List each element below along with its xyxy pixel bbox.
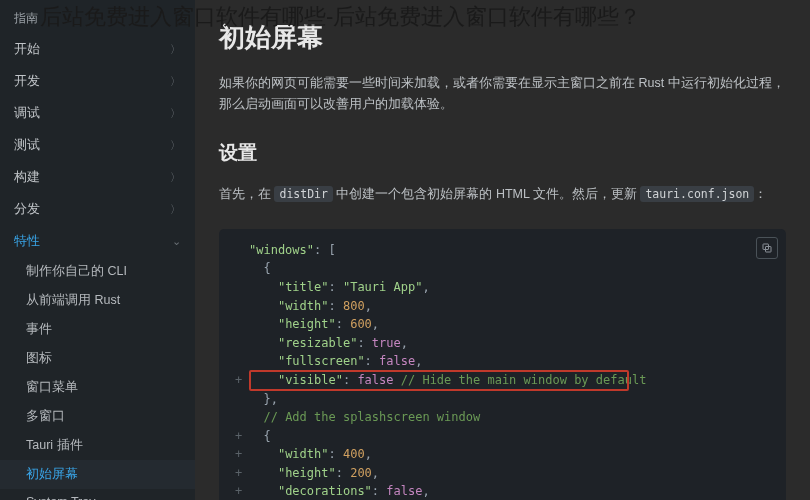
- sidebar-sub-label: 窗口菜单: [26, 379, 78, 396]
- section-heading-setup: 设置: [219, 140, 786, 166]
- sidebar-sub-4[interactable]: 窗口菜单: [0, 373, 195, 402]
- sidebar-sub-8[interactable]: System Tray: [0, 489, 195, 500]
- code-line: "windows": [: [235, 241, 770, 260]
- inline-code-distdir: distDir: [274, 186, 332, 202]
- sidebar-item-label: 开始: [14, 40, 40, 58]
- code-line: + {: [235, 427, 770, 446]
- sidebar-sub-0[interactable]: 制作你自己的 CLI: [0, 257, 195, 286]
- sidebar-sub-label: 初始屏幕: [26, 466, 78, 483]
- overlay-banner: 后站免费进入窗口软件有哪些-后站免费进入窗口软件有哪些？: [40, 2, 641, 32]
- setup-paragraph: 首先，在 distDir 中创建一个包含初始屏幕的 HTML 文件。然后，更新 …: [219, 184, 786, 205]
- inline-code-tauriconf: tauri.conf.json: [640, 186, 754, 202]
- sidebar-sub-label: 制作你自己的 CLI: [26, 263, 127, 280]
- sidebar-item-4[interactable]: 构建〉: [0, 161, 195, 193]
- code-line: "height": 600,: [235, 315, 770, 334]
- code-line: "resizable": true,: [235, 334, 770, 353]
- sidebar-sub-label: 多窗口: [26, 408, 65, 425]
- sidebar-item-label: 特性: [14, 232, 40, 250]
- chevron-right-icon: 〉: [170, 42, 181, 57]
- chevron-right-icon: 〉: [170, 74, 181, 89]
- sidebar-item-label: 开发: [14, 72, 40, 90]
- sidebar-sub-2[interactable]: 事件: [0, 315, 195, 344]
- sidebar-item-6[interactable]: 特性⌄: [0, 225, 195, 257]
- sidebar-item-label: 测试: [14, 136, 40, 154]
- chevron-right-icon: 〉: [170, 202, 181, 217]
- sidebar-sub-label: 事件: [26, 321, 52, 338]
- sidebar-item-label: 构建: [14, 168, 40, 186]
- sidebar-sub-1[interactable]: 从前端调用 Rust: [0, 286, 195, 315]
- sidebar-item-3[interactable]: 测试〉: [0, 129, 195, 161]
- sidebar-item-0[interactable]: 开始〉: [0, 33, 195, 65]
- sidebar-item-1[interactable]: 开发〉: [0, 65, 195, 97]
- code-line: },: [235, 390, 770, 409]
- code-block: "windows": [ { "title": "Tauri App", "wi…: [219, 229, 786, 500]
- code-line: "title": "Tauri App",: [235, 278, 770, 297]
- sidebar-sub-7[interactable]: 初始屏幕: [0, 460, 195, 489]
- sidebar-sub-5[interactable]: 多窗口: [0, 402, 195, 431]
- sidebar-sub-label: Tauri 插件: [26, 437, 83, 454]
- sidebar-sub-label: 从前端调用 Rust: [26, 292, 120, 309]
- sidebar-sub-label: 图标: [26, 350, 52, 367]
- sidebar-sub-3[interactable]: 图标: [0, 344, 195, 373]
- code-line: + "width": 400,: [235, 445, 770, 464]
- code-line: {: [235, 259, 770, 278]
- intro-paragraph: 如果你的网页可能需要一些时间来加载，或者你需要在显示主窗口之前在 Rust 中运…: [219, 73, 786, 116]
- chevron-right-icon: 〉: [170, 106, 181, 121]
- code-line: "fullscreen": false,: [235, 352, 770, 371]
- sidebar-item-2[interactable]: 调试〉: [0, 97, 195, 129]
- code-line: "width": 800,: [235, 297, 770, 316]
- chevron-right-icon: 〉: [170, 170, 181, 185]
- sidebar-item-label: 分发: [14, 200, 40, 218]
- main-content: 初始屏幕 如果你的网页可能需要一些时间来加载，或者你需要在显示主窗口之前在 Ru…: [195, 0, 810, 500]
- sidebar-item-label: 调试: [14, 104, 40, 122]
- app-container: 指南 开始〉开发〉调试〉测试〉构建〉分发〉特性⌄ 制作你自己的 CLI从前端调用…: [0, 0, 810, 500]
- sidebar-item-5[interactable]: 分发〉: [0, 193, 195, 225]
- chevron-down-icon: ⌄: [172, 235, 181, 248]
- copy-button[interactable]: [756, 237, 778, 259]
- code-line: // Add the splashscreen window: [235, 408, 770, 427]
- highlight-box: [249, 370, 629, 391]
- sidebar-sub-6[interactable]: Tauri 插件: [0, 431, 195, 460]
- chevron-right-icon: 〉: [170, 138, 181, 153]
- copy-icon: [761, 242, 773, 254]
- sidebar: 指南 开始〉开发〉调试〉测试〉构建〉分发〉特性⌄ 制作你自己的 CLI从前端调用…: [0, 0, 195, 500]
- code-line: + "height": 200,: [235, 464, 770, 483]
- sidebar-sub-label: System Tray: [26, 495, 95, 500]
- code-line: + "decorations": false,: [235, 482, 770, 500]
